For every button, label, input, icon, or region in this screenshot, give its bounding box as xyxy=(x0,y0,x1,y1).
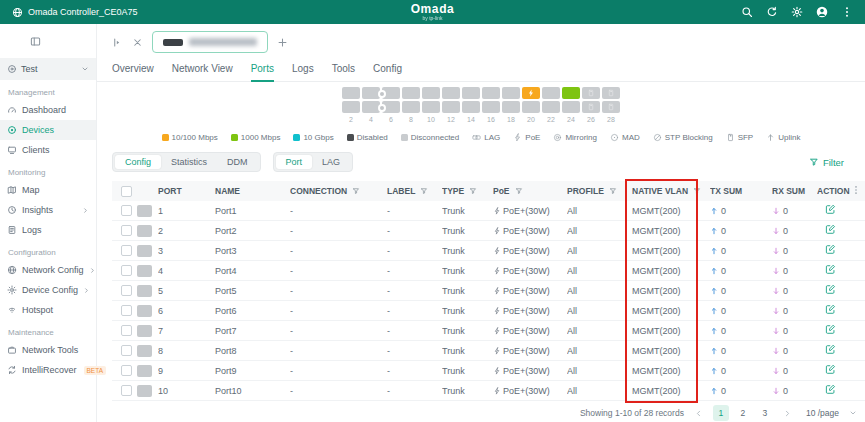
sidebar-item-map[interactable]: Map xyxy=(0,180,96,200)
tab-config[interactable]: Config xyxy=(373,63,402,82)
page-button-3[interactable]: 3 xyxy=(757,405,773,421)
filter-button[interactable]: Filter xyxy=(809,157,844,168)
port-10[interactable] xyxy=(422,101,440,113)
port-8[interactable] xyxy=(402,101,420,113)
row-checkbox[interactable] xyxy=(121,285,132,296)
port-24[interactable] xyxy=(562,101,580,113)
edit-port-button[interactable] xyxy=(825,324,836,335)
device-tab[interactable] xyxy=(152,31,268,53)
account-icon[interactable] xyxy=(816,6,828,18)
column-options-icon[interactable] xyxy=(851,185,861,195)
port-20[interactable] xyxy=(522,101,540,113)
port-13[interactable] xyxy=(462,87,480,99)
port-3[interactable] xyxy=(362,87,380,99)
segment-port[interactable]: Port xyxy=(276,155,313,169)
cell-native-vlan: MGMT(200) xyxy=(632,386,710,396)
port-7[interactable] xyxy=(402,87,420,99)
port-9[interactable] xyxy=(422,87,440,99)
port-4[interactable] xyxy=(362,101,380,113)
port-27[interactable] xyxy=(602,87,620,99)
add-device-tab-button[interactable] xyxy=(277,37,288,48)
port-14[interactable] xyxy=(462,101,480,113)
port-26[interactable] xyxy=(582,101,600,113)
funnel-icon[interactable] xyxy=(352,187,360,195)
cell-poe: PoE+(30W) xyxy=(493,246,567,256)
edit-port-button[interactable] xyxy=(825,364,836,375)
expand-device-list-button[interactable] xyxy=(112,37,123,48)
port-12[interactable] xyxy=(442,101,460,113)
row-checkbox[interactable] xyxy=(121,205,132,216)
cell-label: - xyxy=(387,226,442,236)
sidebar-item-devices[interactable]: Devices xyxy=(0,120,96,140)
sidebar-item-insights[interactable]: Insights xyxy=(0,200,96,220)
port-28[interactable] xyxy=(602,101,620,113)
page-size-select[interactable]: 10 /page xyxy=(806,408,857,418)
edit-port-button[interactable] xyxy=(825,384,836,395)
page-button-2[interactable]: 2 xyxy=(735,405,751,421)
tab-ports[interactable]: Ports xyxy=(251,63,274,82)
tab-network-view[interactable]: Network View xyxy=(172,63,233,82)
port-2[interactable] xyxy=(342,101,360,113)
port-number: 20 xyxy=(522,116,540,123)
funnel-icon[interactable] xyxy=(609,187,617,195)
next-page-button[interactable] xyxy=(783,409,792,418)
port-1[interactable] xyxy=(342,87,360,99)
segment-lag[interactable]: LAG xyxy=(312,155,350,169)
close-device-tab-button[interactable] xyxy=(132,37,143,48)
sidebar-item-hotspot[interactable]: Hotspot xyxy=(0,300,96,320)
port-23[interactable] xyxy=(562,87,580,99)
port-11[interactable] xyxy=(442,87,460,99)
port-22[interactable] xyxy=(542,101,560,113)
funnel-icon[interactable] xyxy=(469,187,477,195)
row-checkbox[interactable] xyxy=(121,265,132,276)
port-25[interactable] xyxy=(582,87,600,99)
sidebar-item-network-config[interactable]: Network Config xyxy=(0,260,96,280)
row-checkbox[interactable] xyxy=(121,225,132,236)
sidebar-item-device-config[interactable]: Device Config xyxy=(0,280,96,300)
sidebar-collapse-icon[interactable] xyxy=(30,36,41,47)
sidebar-item-clients[interactable]: Clients xyxy=(0,140,96,160)
row-checkbox[interactable] xyxy=(121,365,132,376)
row-checkbox[interactable] xyxy=(121,305,132,316)
site-selector[interactable]: Test xyxy=(0,58,96,80)
row-checkbox[interactable] xyxy=(121,385,132,396)
edit-port-button[interactable] xyxy=(825,344,836,355)
funnel-icon[interactable] xyxy=(420,187,428,195)
tab-tools[interactable]: Tools xyxy=(332,63,355,82)
refresh-icon[interactable] xyxy=(766,6,778,18)
select-all-checkbox[interactable] xyxy=(121,186,132,197)
segment-config[interactable]: Config xyxy=(115,155,161,169)
port-16[interactable] xyxy=(482,101,500,113)
edit-port-button[interactable] xyxy=(825,244,836,255)
edit-port-button[interactable] xyxy=(825,284,836,295)
edit-port-button[interactable] xyxy=(825,264,836,275)
settings-icon[interactable] xyxy=(791,6,803,18)
port-18[interactable] xyxy=(502,101,520,113)
port-19[interactable] xyxy=(522,87,540,99)
cell-profile: All xyxy=(567,266,632,276)
port-15[interactable] xyxy=(482,87,500,99)
tab-overview[interactable]: Overview xyxy=(112,63,154,82)
funnel-icon[interactable] xyxy=(515,187,523,195)
edit-port-button[interactable] xyxy=(825,304,836,315)
port-21[interactable] xyxy=(542,87,560,99)
sidebar-item-logs[interactable]: Logs xyxy=(0,220,96,240)
prev-page-button[interactable] xyxy=(694,409,703,418)
port-17[interactable] xyxy=(502,87,520,99)
segment-statistics[interactable]: Statistics xyxy=(161,155,217,169)
search-icon[interactable] xyxy=(741,6,753,18)
sidebar-item-dashboard[interactable]: Dashboard xyxy=(0,100,96,120)
row-checkbox[interactable] xyxy=(121,345,132,356)
more-icon[interactable] xyxy=(841,6,853,18)
segment-ddm[interactable]: DDM xyxy=(217,155,258,169)
page-button-1[interactable]: 1 xyxy=(713,405,729,421)
edit-port-button[interactable] xyxy=(825,204,836,215)
funnel-icon[interactable] xyxy=(693,187,701,195)
tab-logs[interactable]: Logs xyxy=(292,63,314,82)
row-checkbox[interactable] xyxy=(121,325,132,336)
sidebar-item-intellirecover[interactable]: IntelliRecoverBETA xyxy=(0,360,96,380)
row-checkbox[interactable] xyxy=(121,245,132,256)
edit-port-button[interactable] xyxy=(825,224,836,235)
port-number: 18 xyxy=(502,116,520,123)
sidebar-item-network-tools[interactable]: Network Tools xyxy=(0,340,96,360)
